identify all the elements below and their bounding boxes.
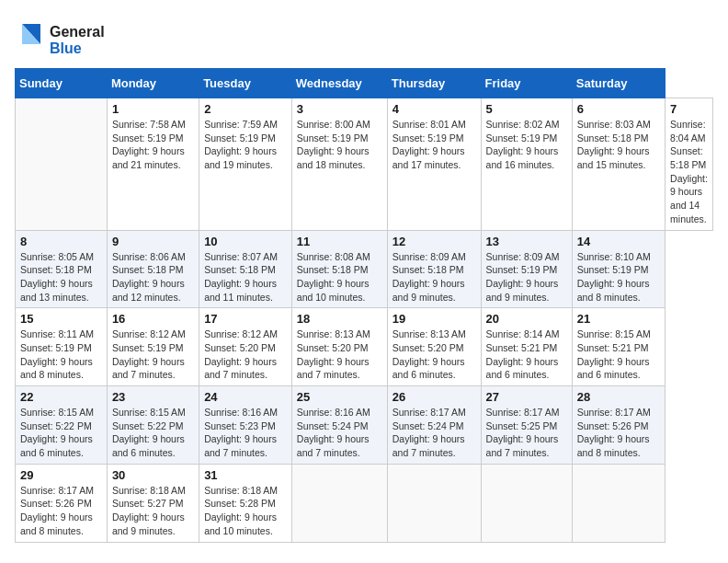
- day-info: Sunrise: 8:12 AMSunset: 5:20 PMDaylight:…: [204, 327, 287, 382]
- day-info: Sunrise: 8:17 AMSunset: 5:25 PMDaylight:…: [486, 406, 567, 460]
- day-number: 17: [204, 312, 287, 326]
- day-info: Sunrise: 8:18 AMSunset: 5:28 PMDaylight:…: [204, 484, 287, 538]
- empty-day: [16, 98, 108, 231]
- day-info: Sunrise: 7:59 AMSunset: 5:19 PMDaylight:…: [204, 118, 287, 172]
- day-number: 13: [486, 235, 567, 248]
- day-number: 16: [112, 312, 194, 326]
- empty-day: [572, 464, 665, 542]
- day-number: 28: [577, 390, 660, 404]
- calendar-day: 6Sunrise: 8:03 AMSunset: 5:18 PMDaylight…: [572, 98, 665, 231]
- svg-text:Blue: Blue: [50, 40, 82, 56]
- day-info: Sunrise: 8:09 AMSunset: 5:19 PMDaylight:…: [486, 250, 567, 304]
- day-number: 12: [392, 235, 476, 248]
- calendar-day: 11Sunrise: 8:08 AMSunset: 5:18 PMDayligh…: [291, 230, 387, 308]
- weekday-header: Saturday: [572, 69, 665, 98]
- day-number: 2: [204, 102, 287, 116]
- day-number: 9: [112, 235, 194, 248]
- calendar-day: 17Sunrise: 8:12 AMSunset: 5:20 PMDayligh…: [199, 308, 292, 386]
- calendar-day: 19Sunrise: 8:13 AMSunset: 5:20 PMDayligh…: [387, 308, 481, 386]
- day-number: 30: [112, 468, 194, 482]
- calendar-day: 30Sunrise: 8:18 AMSunset: 5:27 PMDayligh…: [107, 464, 199, 542]
- calendar-day: 14Sunrise: 8:10 AMSunset: 5:19 PMDayligh…: [572, 230, 665, 308]
- day-info: Sunrise: 8:10 AMSunset: 5:19 PMDaylight:…: [577, 250, 660, 304]
- calendar-day: 8Sunrise: 8:05 AMSunset: 5:18 PMDaylight…: [16, 230, 108, 308]
- day-info: Sunrise: 8:06 AMSunset: 5:18 PMDaylight:…: [112, 250, 194, 304]
- calendar-day: 13Sunrise: 8:09 AMSunset: 5:19 PMDayligh…: [481, 230, 572, 308]
- day-info: Sunrise: 8:07 AMSunset: 5:18 PMDaylight:…: [204, 250, 287, 304]
- day-info: Sunrise: 8:14 AMSunset: 5:21 PMDaylight:…: [486, 327, 567, 382]
- day-info: Sunrise: 8:16 AMSunset: 5:24 PMDaylight:…: [297, 406, 382, 460]
- day-number: 11: [297, 235, 382, 248]
- empty-day: [387, 464, 481, 542]
- calendar-day: 15Sunrise: 8:11 AMSunset: 5:19 PMDayligh…: [16, 308, 108, 386]
- calendar-day: 16Sunrise: 8:12 AMSunset: 5:19 PMDayligh…: [107, 308, 199, 386]
- day-info: Sunrise: 8:05 AMSunset: 5:18 PMDaylight:…: [20, 250, 102, 304]
- weekday-header: Thursday: [387, 69, 481, 98]
- day-number: 26: [392, 390, 476, 404]
- weekday-header: Monday: [107, 69, 199, 98]
- day-number: 23: [112, 390, 194, 404]
- day-number: 25: [297, 390, 382, 404]
- logo-svg: General Blue: [15, 17, 116, 57]
- calendar-day: 31Sunrise: 8:18 AMSunset: 5:28 PMDayligh…: [199, 464, 292, 542]
- calendar-day: 7Sunrise: 8:04 AMSunset: 5:18 PMDaylight…: [665, 98, 713, 231]
- calendar-day: 1Sunrise: 7:58 AMSunset: 5:19 PMDaylight…: [107, 98, 199, 231]
- day-info: Sunrise: 8:11 AMSunset: 5:19 PMDaylight:…: [20, 327, 102, 382]
- calendar-day: 29Sunrise: 8:17 AMSunset: 5:26 PMDayligh…: [16, 464, 108, 542]
- calendar-day: 27Sunrise: 8:17 AMSunset: 5:25 PMDayligh…: [481, 386, 572, 465]
- day-info: Sunrise: 8:02 AMSunset: 5:19 PMDaylight:…: [486, 118, 567, 172]
- day-number: 3: [297, 102, 382, 116]
- day-info: Sunrise: 8:17 AMSunset: 5:26 PMDaylight:…: [20, 484, 102, 538]
- calendar-day: 23Sunrise: 8:15 AMSunset: 5:22 PMDayligh…: [107, 386, 199, 465]
- day-info: Sunrise: 8:12 AMSunset: 5:19 PMDaylight:…: [112, 327, 194, 382]
- empty-day: [481, 464, 572, 542]
- day-info: Sunrise: 8:17 AMSunset: 5:24 PMDaylight:…: [392, 406, 476, 460]
- day-info: Sunrise: 8:15 AMSunset: 5:22 PMDaylight:…: [20, 406, 102, 460]
- day-number: 4: [392, 102, 476, 116]
- day-number: 18: [297, 312, 382, 326]
- day-number: 5: [486, 102, 567, 116]
- day-info: Sunrise: 8:16 AMSunset: 5:23 PMDaylight:…: [204, 406, 287, 460]
- day-info: Sunrise: 8:17 AMSunset: 5:26 PMDaylight:…: [577, 406, 660, 460]
- day-number: 29: [20, 468, 102, 482]
- day-number: 22: [20, 390, 102, 404]
- empty-day: [291, 464, 387, 542]
- day-info: Sunrise: 8:13 AMSunset: 5:20 PMDaylight:…: [297, 327, 382, 382]
- day-info: Sunrise: 8:08 AMSunset: 5:18 PMDaylight:…: [297, 250, 382, 304]
- weekday-header: Tuesday: [199, 69, 292, 98]
- calendar-day: 10Sunrise: 8:07 AMSunset: 5:18 PMDayligh…: [199, 230, 292, 308]
- calendar-day: 9Sunrise: 8:06 AMSunset: 5:18 PMDaylight…: [107, 230, 199, 308]
- day-info: Sunrise: 8:04 AMSunset: 5:18 PMDaylight:…: [670, 118, 708, 226]
- calendar-day: 21Sunrise: 8:15 AMSunset: 5:21 PMDayligh…: [572, 308, 665, 386]
- day-info: Sunrise: 8:03 AMSunset: 5:18 PMDaylight:…: [577, 118, 660, 172]
- day-number: 20: [486, 312, 567, 326]
- calendar-table: SundayMondayTuesdayWednesdayThursdayFrid…: [15, 68, 713, 543]
- logo: General Blue: [15, 15, 116, 61]
- page-header: General Blue: [15, 15, 713, 61]
- weekday-header: Sunday: [16, 69, 108, 98]
- day-number: 19: [392, 312, 476, 326]
- weekday-header: Wednesday: [291, 69, 387, 98]
- day-info: Sunrise: 8:18 AMSunset: 5:27 PMDaylight:…: [112, 484, 194, 538]
- day-number: 1: [112, 102, 194, 116]
- calendar-day: 22Sunrise: 8:15 AMSunset: 5:22 PMDayligh…: [16, 386, 108, 465]
- calendar-day: 28Sunrise: 8:17 AMSunset: 5:26 PMDayligh…: [572, 386, 665, 465]
- calendar-header: SundayMondayTuesdayWednesdayThursdayFrid…: [16, 69, 713, 98]
- calendar-day: 4Sunrise: 8:01 AMSunset: 5:19 PMDaylight…: [387, 98, 481, 231]
- calendar-day: 12Sunrise: 8:09 AMSunset: 5:18 PMDayligh…: [387, 230, 481, 308]
- day-number: 6: [577, 102, 660, 116]
- day-number: 8: [20, 235, 102, 248]
- calendar-day: 26Sunrise: 8:17 AMSunset: 5:24 PMDayligh…: [387, 386, 481, 465]
- day-info: Sunrise: 8:09 AMSunset: 5:18 PMDaylight:…: [392, 250, 476, 304]
- day-number: 15: [20, 312, 102, 326]
- day-number: 7: [670, 102, 708, 116]
- day-number: 10: [204, 235, 287, 248]
- weekday-header: Friday: [481, 69, 572, 98]
- day-number: 14: [577, 235, 660, 248]
- day-number: 31: [204, 468, 287, 482]
- svg-text:General: General: [50, 24, 105, 40]
- day-number: 27: [486, 390, 567, 404]
- day-info: Sunrise: 7:58 AMSunset: 5:19 PMDaylight:…: [112, 118, 194, 172]
- day-number: 24: [204, 390, 287, 404]
- day-info: Sunrise: 8:13 AMSunset: 5:20 PMDaylight:…: [392, 327, 476, 382]
